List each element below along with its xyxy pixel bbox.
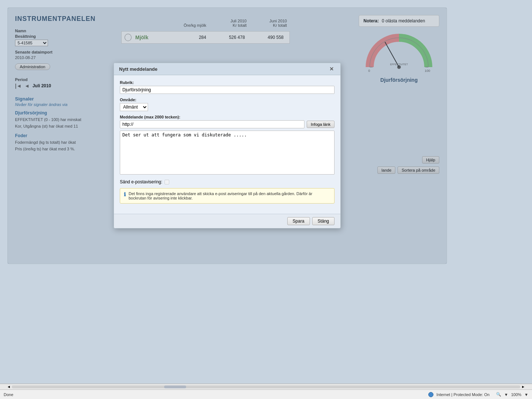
modal-body: Rubrik: Område: Allmänt Djur Foder Ekono…: [114, 75, 340, 214]
scroll-right-arrow[interactable]: ►: [520, 385, 526, 389]
main-area: INSTRUMENTPANELEN Namn Besättning 5-4158…: [0, 0, 532, 384]
status-right: Internet | Protected Mode: On 🔍 ▼ 100% ▼: [428, 392, 528, 397]
globe-icon: [428, 392, 433, 397]
zoom-adjust-btn[interactable]: ▼: [524, 392, 528, 397]
message-textarea[interactable]: Det ser ut att fungera som vi diskuterad…: [120, 131, 335, 175]
status-text: Done: [4, 392, 13, 397]
modal-footer: Spara Stäng: [114, 214, 340, 228]
modal-header: Nytt meddelande ✕: [114, 63, 340, 75]
spara-button[interactable]: Spara: [287, 217, 310, 225]
rubrik-input[interactable]: [120, 86, 335, 94]
modal-dialog: Nytt meddelande ✕ Rubrik: Område: Allmän…: [114, 63, 341, 228]
h-scroll-thumb[interactable]: [164, 385, 186, 388]
info-text: Det finns inga registrerade användare at…: [129, 191, 330, 200]
status-left: Done: [4, 392, 13, 397]
omrade-row: Allmänt Djur Foder Ekonomi: [120, 103, 335, 111]
sand-row: Sänd e-postavisering:: [120, 179, 335, 184]
modal-close-button[interactable]: ✕: [328, 66, 335, 72]
modal-overlay: Nytt meddelande ✕ Rubrik: Område: Allmän…: [8, 8, 447, 264]
zoom-icon: 🔍: [496, 392, 501, 397]
link-row: Infoga länk: [120, 120, 335, 128]
protected-mode-text: Internet | Protected Mode: On: [436, 392, 489, 397]
info-icon: ℹ: [124, 191, 126, 197]
omrade-select[interactable]: Allmänt Djur Foder Ekonomi: [120, 103, 148, 111]
zoom-btn[interactable]: ▼: [504, 392, 508, 397]
sand-label: Sänd e-postavisering:: [120, 179, 162, 184]
info-box: ℹ Det finns inga registrerade användare …: [120, 188, 335, 204]
omrade-label: Område:: [120, 98, 335, 102]
rubrik-label: Rubrik:: [120, 80, 335, 85]
horizontal-scrollbar[interactable]: ◄ ►: [0, 384, 532, 389]
sand-checkbox[interactable]: [165, 180, 169, 184]
h-scroll-track: [12, 385, 520, 388]
scroll-left-arrow[interactable]: ◄: [6, 385, 12, 389]
dashboard-panel: INSTRUMENTPANELEN Namn Besättning 5-4158…: [7, 7, 447, 264]
meddelande-label: Meddelande (max 2000 tecken):: [120, 115, 335, 119]
stang-button[interactable]: Stäng: [312, 217, 335, 225]
infoga-länk-button[interactable]: Infoga länk: [307, 121, 335, 128]
status-bar: Done Internet | Protected Mode: On 🔍 ▼ 1…: [0, 389, 532, 399]
zoom-value: 100%: [511, 392, 521, 397]
link-input[interactable]: [120, 120, 304, 128]
modal-title: Nytt meddelande: [119, 66, 158, 72]
